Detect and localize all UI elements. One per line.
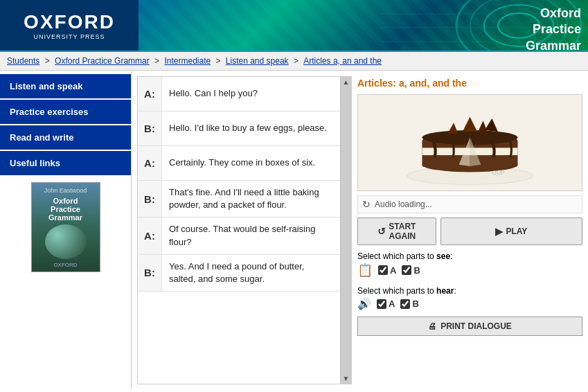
article-title: Articles: a, and, and the	[357, 76, 582, 90]
header: OXFORD UNIVERSITY PRESS OxfordPracticeGr…	[0, 0, 588, 52]
dialogue-text-6: Yes. And I need a pound of butter, salte…	[162, 255, 340, 291]
logo: OXFORD UNIVERSITY PRESS	[0, 0, 139, 51]
book-cover: John Eastwood OxfordPracticeGrammar OXFO…	[31, 182, 100, 272]
header-banner: OxfordPracticeGrammar	[139, 0, 588, 51]
controls-row: ↺ STARTAGAIN ▶ PLAY	[357, 217, 582, 245]
hear-checks: 🔊 A B	[357, 297, 582, 310]
see-a-checkbox[interactable]	[378, 265, 388, 275]
audio-status-text: Audio loading...	[375, 199, 432, 209]
dialogue-text-1: Hello. Can I help you?	[162, 77, 265, 111]
scroll-controls[interactable]: ▲ ▼	[340, 77, 351, 384]
main: Listen and speak Practice exercises Read…	[0, 71, 588, 390]
see-a-check[interactable]: A	[378, 265, 396, 276]
dialogue-row-2: B: Hello. I'd like to buy a few eggs, pl…	[138, 112, 340, 146]
start-label: STARTAGAIN	[389, 222, 416, 241]
notepad-icon: 📋	[357, 262, 373, 278]
dialogue-row-4: B: That's fine. And I'll need a little b…	[138, 181, 340, 217]
refresh-icon: ↻	[362, 199, 371, 210]
print-label: PRINT DIALOGUE	[440, 321, 512, 331]
breadcrumb-sep3: >	[216, 56, 223, 66]
start-again-button[interactable]: ↺ STARTAGAIN	[357, 217, 436, 245]
select-hear-row: Select which parts to hear: 🔊 A B	[357, 284, 582, 312]
dialogue-text-4: That's fine. And I'll need a little baki…	[162, 181, 340, 217]
speaker-a3: A:	[138, 217, 162, 253]
speaker-b1: B:	[138, 112, 162, 145]
logo-text: OXFORD UNIVERSITY PRESS	[24, 11, 115, 40]
svg-marker-12	[463, 117, 477, 132]
speaker-b2: B:	[138, 181, 162, 217]
book-title: OxfordPracticeGrammar	[48, 197, 82, 222]
dialogue-row-1: A: Hello. Can I help you?	[138, 77, 340, 112]
book-publisher: OXFORD	[53, 262, 77, 268]
breadcrumb-grammar[interactable]: Oxford Practice Grammar	[55, 56, 150, 66]
oxford-text: OXFORD	[24, 11, 115, 33]
dialogue-scroll[interactable]: A: Hello. Can I help you? B: Hello. I'd …	[138, 77, 340, 384]
header-title: OxfordPracticeGrammar	[526, 6, 581, 51]
breadcrumb-sep2: >	[154, 56, 161, 66]
sidebar-item-links[interactable]: Useful links	[0, 151, 131, 175]
hear-b-check[interactable]: B	[400, 299, 418, 309]
scroll-up-icon[interactable]: ▲	[341, 77, 351, 87]
select-see-label: Select which parts to see:	[357, 251, 452, 261]
speaker-icon: 🔊	[357, 297, 371, 310]
dialogue-panel: A: Hello. Can I help you? B: Hello. I'd …	[137, 76, 352, 384]
scroll-down-icon[interactable]: ▼	[341, 373, 351, 384]
printer-icon: 🖨	[428, 321, 436, 331]
breadcrumb-sep1: >	[45, 56, 52, 66]
speaker-a1: A:	[138, 77, 162, 111]
dialogue-text-5: Of course. That would be self-raising fl…	[162, 217, 340, 253]
hear-b-checkbox[interactable]	[400, 299, 410, 309]
breadcrumb: Students > Oxford Practice Grammar > Int…	[0, 52, 588, 71]
dialogue-text-2: Hello. I'd like to buy a few eggs, pleas…	[162, 112, 334, 145]
svg-marker-14	[448, 123, 458, 134]
dialogue-row-3: A: Certainly. They come in boxes of six.	[138, 146, 340, 181]
dialogue-row-6: B: Yes. And I need a pound of butter, sa…	[138, 255, 340, 292]
content: A: Hello. Can I help you? B: Hello. I'd …	[132, 71, 588, 390]
dialogue-row-5: A: Of course. That would be self-raising…	[138, 217, 340, 254]
print-dialogue-button[interactable]: 🖨 PRINT DIALOGUE	[357, 317, 582, 336]
speaker-b3: B:	[138, 255, 162, 291]
breadcrumb-students[interactable]: Students	[7, 56, 39, 66]
play-label: PLAY	[506, 226, 527, 236]
play-icon: ▶	[495, 226, 503, 237]
dialogue-text-3: Certainly. They come in boxes of six.	[162, 146, 322, 180]
breadcrumb-sep4: >	[294, 56, 301, 66]
hear-a-checkbox[interactable]	[377, 299, 386, 309]
cake-image: OUP	[357, 94, 582, 191]
breadcrumb-listen[interactable]: Listen and speak	[226, 56, 289, 66]
book-image: John Eastwood OxfordPracticeGrammar OXFO…	[31, 182, 100, 272]
book-author: John Eastwood	[44, 187, 87, 194]
svg-marker-15	[485, 118, 498, 132]
svg-text:OUP: OUP	[492, 169, 505, 176]
start-icon: ↺	[377, 226, 386, 237]
sidebar-item-listen[interactable]: Listen and speak	[0, 74, 131, 98]
see-b-checkbox[interactable]	[402, 265, 411, 275]
see-emphasis: see	[436, 251, 450, 261]
hear-emphasis: hear	[436, 286, 454, 296]
breadcrumb-articles[interactable]: Articles a, an and the	[303, 56, 382, 66]
see-checks: 📋 A B	[357, 262, 582, 278]
right-panel: Articles: a, and, and the	[357, 76, 582, 384]
university-text: UNIVERSITY PRESS	[24, 33, 115, 40]
cake-svg: OUP	[358, 95, 582, 190]
select-hear-label: Select which parts to hear:	[357, 286, 456, 296]
breadcrumb-intermediate[interactable]: Intermediate	[164, 56, 211, 66]
see-b-check[interactable]: B	[402, 265, 420, 276]
sidebar-item-read[interactable]: Read and write	[0, 125, 131, 150]
audio-status: ↻ Audio loading...	[357, 195, 582, 213]
speaker-a2: A:	[138, 146, 162, 180]
play-button[interactable]: ▶ PLAY	[440, 217, 582, 245]
sidebar-item-practice[interactable]: Practice exercises	[0, 100, 131, 124]
hear-a-check[interactable]: A	[377, 299, 395, 309]
select-see-row: Select which parts to see: 📋 A B	[357, 249, 582, 280]
sidebar: Listen and speak Practice exercises Read…	[0, 71, 132, 390]
